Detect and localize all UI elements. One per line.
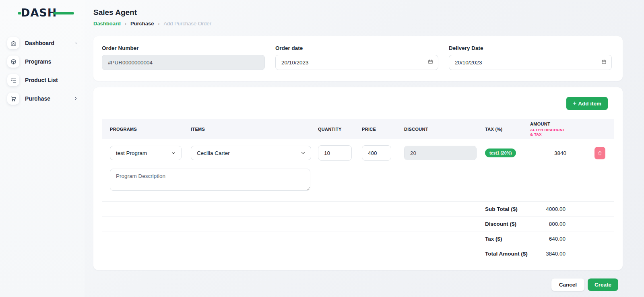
items-table-header: PROGRAMS ITEMS QUANTITY PRICE DISCOUNT T… bbox=[102, 119, 614, 139]
delivery-date-value: 20/10/2023 bbox=[455, 60, 601, 66]
breadcrumb-dashboard[interactable]: Dashboard bbox=[93, 21, 121, 27]
order-number-label: Order Number bbox=[102, 45, 265, 51]
main-content: Sales Agent Dashboard › Purchase › Add P… bbox=[93, 8, 623, 291]
program-select[interactable]: test Program bbox=[110, 146, 182, 160]
item-row: test Program Cecilia Carter % bbox=[102, 145, 614, 161]
logo-accent-dot bbox=[18, 12, 21, 14]
col-header-items: ITEMS bbox=[191, 127, 318, 132]
item-select[interactable]: Cecilia Carter bbox=[191, 146, 311, 160]
delivery-date-label: Delivery Date bbox=[449, 45, 612, 51]
discount-total-value: 800.00 bbox=[549, 221, 566, 227]
sidebar-nav: Dashboard Programs Product List Purchase bbox=[0, 34, 85, 108]
chevron-down-icon bbox=[171, 150, 176, 156]
breadcrumb-separator: › bbox=[158, 21, 159, 27]
cancel-button[interactable]: Cancel bbox=[551, 278, 584, 291]
tax-total-label: Tax ($) bbox=[485, 236, 502, 242]
breadcrumb-add-purchase-order: Add Purchase Order bbox=[163, 21, 211, 27]
total-amount-label: Total Amount ($) bbox=[485, 251, 528, 257]
order-number-field-group: Order Number bbox=[102, 45, 265, 70]
order-number-input bbox=[102, 55, 265, 70]
breadcrumb-separator: › bbox=[125, 21, 126, 27]
breadcrumb: Dashboard › Purchase › Add Purchase Orde… bbox=[93, 21, 623, 27]
total-amount-value: 3840.00 bbox=[546, 251, 566, 257]
price-input[interactable] bbox=[362, 145, 391, 161]
chevron-down-icon bbox=[300, 150, 306, 156]
delete-row-button[interactable] bbox=[594, 147, 605, 159]
sidebar-item-label: Programs bbox=[25, 58, 78, 65]
tax-total-value: 640.00 bbox=[549, 236, 566, 242]
sidebar-item-purchase[interactable]: Purchase bbox=[0, 89, 85, 108]
checklist-icon bbox=[7, 74, 19, 86]
col-header-tax: TAX (%) bbox=[485, 127, 530, 132]
discount-input bbox=[405, 146, 477, 160]
sidebar-item-dashboard[interactable]: Dashboard bbox=[0, 34, 85, 52]
delivery-date-input[interactable]: 20/10/2023 bbox=[449, 55, 612, 70]
row-amount: 3840 bbox=[530, 150, 566, 156]
total-amount-row: Total Amount ($) 3840.00 bbox=[102, 246, 614, 261]
logo-text: DASH bbox=[21, 6, 57, 19]
discount-total-row: Discount ($) 800.00 bbox=[102, 216, 614, 231]
discount-total-label: Discount ($) bbox=[485, 221, 516, 227]
col-header-discount: DISCOUNT bbox=[404, 127, 485, 132]
delivery-date-field-group: Delivery Date 20/10/2023 bbox=[449, 45, 612, 70]
tax-badge: test1 (20%) bbox=[485, 148, 516, 157]
col-header-amount: AMOUNT AFTER DISCOUNT & TAX bbox=[530, 122, 566, 136]
item-select-value: Cecilia Carter bbox=[197, 150, 300, 156]
order-meta-card: Order Number Order date 20/10/2023 Deliv… bbox=[93, 36, 623, 81]
steering-wheel-icon bbox=[7, 56, 19, 68]
program-description-textarea[interactable] bbox=[110, 169, 310, 191]
col-header-amount-subtitle: AFTER DISCOUNT & TAX bbox=[530, 128, 566, 136]
sidebar-item-programs[interactable]: Programs bbox=[0, 52, 85, 71]
sidebar-item-label: Product List bbox=[25, 77, 78, 83]
subtotal-label: Sub Total ($) bbox=[485, 206, 518, 212]
chevron-right-icon bbox=[73, 96, 78, 101]
col-header-quantity: QUANTITY bbox=[318, 127, 362, 132]
sidebar-item-label: Purchase bbox=[25, 95, 73, 102]
sidebar: DASH Dashboard Programs Product List bbox=[0, 0, 85, 297]
app-logo: DASH bbox=[21, 6, 65, 20]
add-item-button[interactable]: + Add item bbox=[566, 97, 608, 110]
order-date-value: 20/10/2023 bbox=[281, 60, 428, 66]
logo-accent-bar bbox=[53, 12, 74, 14]
program-select-value: test Program bbox=[116, 150, 171, 156]
subtotal-row: Sub Total ($) 4000.00 bbox=[102, 201, 614, 216]
cart-icon bbox=[7, 93, 19, 105]
items-card: + Add item PROGRAMS ITEMS QUANTITY PRICE… bbox=[93, 87, 623, 270]
totals-section: Sub Total ($) 4000.00 Discount ($) 800.0… bbox=[102, 201, 614, 261]
create-button[interactable]: Create bbox=[588, 278, 618, 291]
order-date-input[interactable]: 20/10/2023 bbox=[275, 55, 438, 70]
order-date-label: Order date bbox=[275, 45, 438, 51]
calendar-icon[interactable] bbox=[428, 59, 433, 66]
breadcrumb-purchase[interactable]: Purchase bbox=[130, 21, 154, 27]
home-icon bbox=[7, 37, 19, 49]
sidebar-item-product-list[interactable]: Product List bbox=[0, 71, 85, 89]
plus-icon: + bbox=[573, 100, 576, 107]
order-date-field-group: Order date 20/10/2023 bbox=[275, 45, 438, 70]
tax-total-row: Tax ($) 640.00 bbox=[102, 231, 614, 246]
discount-input-group: % bbox=[404, 146, 477, 160]
page-title: Sales Agent bbox=[93, 8, 623, 17]
add-item-label: Add item bbox=[578, 101, 601, 107]
chevron-right-icon bbox=[73, 41, 78, 45]
subtotal-value: 4000.00 bbox=[546, 206, 566, 212]
sidebar-item-label: Dashboard bbox=[25, 40, 73, 46]
trash-icon bbox=[597, 151, 603, 156]
col-header-programs: PROGRAMS bbox=[110, 127, 191, 132]
calendar-icon[interactable] bbox=[601, 59, 607, 66]
quantity-input[interactable] bbox=[318, 145, 352, 161]
col-header-price: PRICE bbox=[362, 127, 404, 132]
form-actions: Cancel Create bbox=[93, 278, 623, 291]
col-header-amount-title: AMOUNT bbox=[530, 122, 566, 126]
